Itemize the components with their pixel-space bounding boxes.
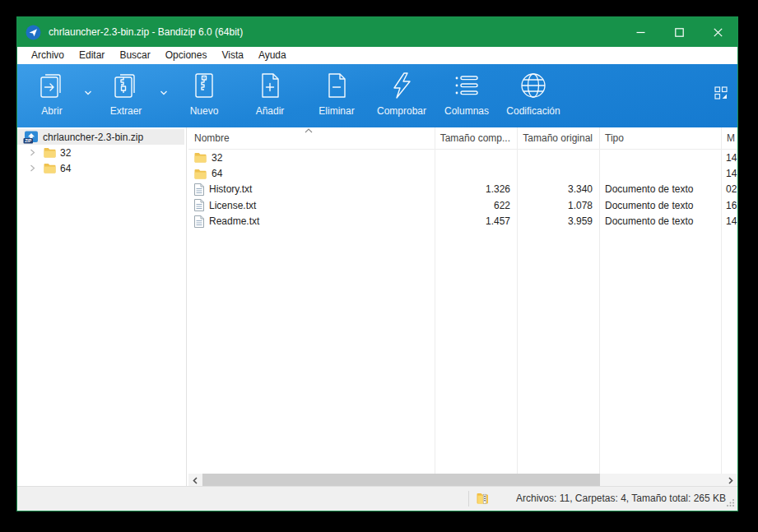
file-row-64[interactable]: 64 14 <box>188 165 737 181</box>
new-archive-icon <box>189 71 219 100</box>
zip-archive-icon: ZIP <box>23 131 39 144</box>
file-original-size: 3.959 <box>517 214 599 229</box>
file-name: License.txt <box>209 200 256 211</box>
maximize-icon <box>675 28 684 37</box>
encoding-button-label: Codificación <box>506 105 560 117</box>
bandizip-window: chrlauncher-2.3-bin.zip - Bandizip 6.0 (… <box>16 16 738 511</box>
column-header-modificado[interactable]: M <box>721 127 737 149</box>
new-archive-button-label: Nuevo <box>190 105 219 117</box>
bandizip-logo-icon <box>26 25 41 40</box>
column-divider <box>599 127 600 474</box>
menu-item-opciones[interactable]: Opciones <box>158 47 215 64</box>
new-archive-button[interactable]: Nuevo <box>177 71 231 117</box>
text-file-icon <box>194 183 204 196</box>
tree-item-label: 32 <box>60 147 71 159</box>
delete-files-button[interactable]: Eliminar <box>309 71 365 117</box>
scrollbar-thumb[interactable] <box>202 474 600 487</box>
encoding-globe-icon <box>519 71 548 100</box>
file-original-size <box>517 165 599 181</box>
file-type: Documento de texto <box>599 182 721 197</box>
file-row-history[interactable]: History.txt 1.326 3.340 Documento de tex… <box>188 182 737 197</box>
folder-icon <box>44 147 56 158</box>
column-divider <box>435 127 435 474</box>
open-dropdown-chevron-icon[interactable] <box>83 89 93 97</box>
file-compressed-size: 1.457 <box>435 214 517 229</box>
delete-files-button-label: Eliminar <box>319 105 354 117</box>
delete-files-icon <box>322 71 351 100</box>
chevron-left-icon <box>193 477 198 484</box>
file-modified: 14 <box>721 150 737 165</box>
folder-icon <box>194 169 207 179</box>
expand-chevron-icon[interactable] <box>30 149 35 156</box>
open-button[interactable]: Abrir <box>26 71 78 117</box>
sort-ascending-icon <box>305 128 313 133</box>
column-header-tamano-comp[interactable]: Tamaño comp... <box>435 127 517 149</box>
scroll-left-arrow[interactable] <box>188 474 202 487</box>
window-title: chrlauncher-2.3-bin.zip - Bandizip 6.0 (… <box>49 26 243 38</box>
extract-archive-icon <box>111 71 141 100</box>
column-header-tipo[interactable]: Tipo <box>599 127 721 149</box>
svg-text:ZIP: ZIP <box>25 138 32 143</box>
archive-tree: ZIP chrlauncher-2.3-bin.zip 32 64 <box>17 127 184 487</box>
expand-chevron-icon[interactable] <box>30 164 35 172</box>
columns-button[interactable]: Columnas <box>438 71 495 117</box>
file-name: Readme.txt <box>209 215 259 227</box>
columns-button-label: Columnas <box>444 105 489 117</box>
chevron-right-icon <box>728 477 733 484</box>
file-type <box>599 165 721 181</box>
file-row-license[interactable]: License.txt 622 1.078 Documento de texto… <box>188 197 737 213</box>
column-header-tamano-original[interactable]: Tamaño original <box>517 127 599 149</box>
extract-dropdown-chevron-icon[interactable] <box>159 89 169 97</box>
test-lightning-icon <box>387 71 416 100</box>
columns-list-icon <box>452 71 481 100</box>
close-icon <box>714 28 723 37</box>
tree-item-archive-root[interactable]: ZIP chrlauncher-2.3-bin.zip <box>17 129 184 145</box>
file-row-readme[interactable]: Readme.txt 1.457 3.959 Documento de text… <box>188 214 737 229</box>
menu-item-vista[interactable]: Vista <box>214 47 250 64</box>
archive-folder-icon <box>477 493 489 504</box>
file-compressed-size <box>435 150 517 165</box>
file-row-32[interactable]: 32 14 <box>188 150 737 165</box>
tree-root-label: chrlauncher-2.3-bin.zip <box>43 132 143 143</box>
maximize-button[interactable] <box>660 17 699 47</box>
close-button[interactable] <box>699 17 737 47</box>
menu-item-buscar[interactable]: Buscar <box>112 47 157 64</box>
file-name: 32 <box>212 152 222 164</box>
menu-item-editar[interactable]: Editar <box>72 47 112 64</box>
open-archive-icon <box>37 71 67 100</box>
file-name: History.txt <box>209 183 252 195</box>
content-area: ZIP chrlauncher-2.3-bin.zip 32 64 <box>17 127 737 487</box>
tree-item-label: 64 <box>60 163 71 174</box>
extract-button[interactable]: Extraer <box>100 71 152 117</box>
minimize-button[interactable] <box>621 17 660 47</box>
file-original-size: 1.078 <box>517 197 599 213</box>
add-files-button-label: Añadir <box>256 105 285 117</box>
statusbar-divider <box>468 491 469 507</box>
folder-icon <box>194 152 207 163</box>
menu-item-ayuda[interactable]: Ayuda <box>251 47 294 64</box>
test-archive-button[interactable]: Comprobar <box>373 71 430 117</box>
archive-summary: Archivos: 11, Carpetas: 4, Tamaño total:… <box>516 487 737 511</box>
file-list: Nombre Tamaño comp... Tamaño original Ti… <box>188 127 737 487</box>
sidebar-splitter[interactable] <box>186 127 187 487</box>
minimize-icon <box>636 28 645 37</box>
toolbar-customize-icon[interactable] <box>714 86 728 99</box>
file-compressed-size <box>435 165 517 181</box>
file-name: 64 <box>212 168 222 179</box>
file-type <box>599 150 721 165</box>
resize-grip[interactable] <box>726 498 735 507</box>
horizontal-scrollbar[interactable] <box>188 474 737 487</box>
file-original-size: 3.340 <box>517 182 599 197</box>
tree-item-folder-32[interactable]: 32 <box>17 145 184 160</box>
file-modified: 16 <box>721 197 737 213</box>
encoding-button[interactable]: Codificación <box>501 71 565 117</box>
file-type: Documento de texto <box>599 197 721 213</box>
text-file-icon <box>194 215 204 228</box>
tree-item-folder-64[interactable]: 64 <box>17 160 184 176</box>
statusbar: Archivos: 11, Carpetas: 4, Tamaño total:… <box>17 486 737 511</box>
menu-item-archivo[interactable]: Archivo <box>24 47 72 64</box>
add-files-button[interactable]: Añadir <box>243 71 297 117</box>
scroll-right-arrow[interactable] <box>724 474 737 487</box>
titlebar[interactable]: chrlauncher-2.3-bin.zip - Bandizip 6.0 (… <box>17 17 737 47</box>
list-header-row: Nombre Tamaño comp... Tamaño original Ti… <box>188 127 737 150</box>
